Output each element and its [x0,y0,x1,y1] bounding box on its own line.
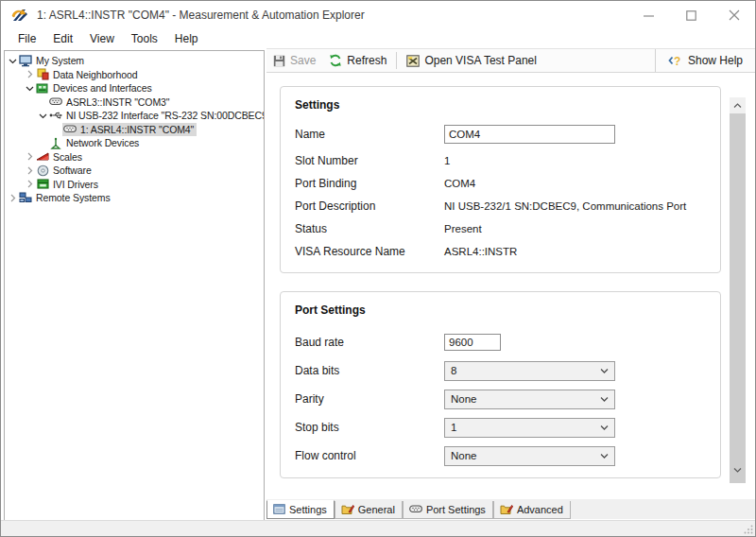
maximize-icon [686,10,696,21]
software-icon [36,165,49,177]
chevron-down-icon[interactable] [37,110,49,122]
visa-resource-name-row: VISA Resource Name ASRL4::INSTR [295,240,711,263]
tab-advanced[interactable]: Advanced [493,501,571,519]
chevron-right-icon[interactable] [24,150,36,163]
scroll-down-button[interactable] [730,461,746,477]
name-label: Name [295,128,444,141]
parity-label: Parity [295,392,444,406]
flow-control-label: Flow control [295,449,444,462]
tree-item-software[interactable]: Software [5,164,264,178]
chevron-right-icon[interactable] [24,165,36,177]
chevron-up-icon [733,103,742,109]
minimize-button[interactable] [627,1,670,29]
scroll-up-button[interactable] [730,97,746,113]
slot-number-value: 1 [444,155,450,166]
open-visa-test-panel-button[interactable]: Open VISA Test Panel [400,51,543,70]
tree-item-label: ASRL3::INSTR "COM3" [66,96,169,108]
usb-icon [49,110,62,122]
tree-item-remote-systems[interactable]: Remote Systems [5,191,264,205]
visa-resource-name-label: VISA Resource Name [295,245,444,258]
baud-rate-row: Baud rate [295,328,711,356]
tree-item-label: IVI Drivers [53,179,98,190]
menu-edit[interactable]: Edit [44,30,81,48]
folder-edit-icon [341,504,354,515]
flow-control-row: Flow control None [295,442,711,470]
chevron-down-icon [733,467,742,473]
tree-item-label: Software [53,165,92,176]
menu-tools[interactable]: Tools [123,30,166,48]
port-description-value: NI USB-232/1 SN:DCBEC9, Communications P… [444,200,686,212]
tab-port-settings[interactable]: Port Settings [403,501,493,519]
tree-item-asrl4-selected[interactable]: 1: ASRL4::INSTR "COM4" [5,123,264,137]
tree-item-label: Scales [53,151,82,163]
chevron-down-icon[interactable] [7,55,19,67]
network-devices-icon [49,137,62,149]
name-input[interactable] [444,125,615,144]
baud-rate-input[interactable] [444,334,501,351]
chevron-right-icon[interactable] [7,192,19,204]
tree-item-network-devices[interactable]: Network Devices [5,136,264,150]
tree-item-ivi-drivers[interactable]: IVI Drivers [5,178,264,192]
main-panel: Settings Name Slot Number 1 Port Binding… [266,73,755,498]
tree-item-data-neighborhood[interactable]: Data Neighborhood [5,68,264,82]
tree-item-label: Devices and Interfaces [53,82,152,94]
selected-tree-row[interactable]: 1: ASRL4::INSTR "COM4" [62,123,197,137]
chevron-down-icon [600,424,609,431]
parity-dropdown[interactable]: None [444,390,615,409]
show-help-icon: ? [668,54,683,67]
tab-settings[interactable]: Settings [266,500,335,519]
stop-bits-dropdown[interactable]: 1 [444,418,615,438]
title-bar: 1: ASRL4::INSTR "COM4" - Measurement & A… [1,1,755,29]
resize-grip[interactable] [744,525,753,534]
settings-group-title: Settings [281,87,720,112]
scales-icon [36,150,49,163]
save-button[interactable]: Save [266,51,322,70]
name-row: Name [295,121,711,147]
vertical-scrollbar[interactable] [730,97,746,477]
toolbar-separator [396,52,397,69]
menu-help[interactable]: Help [166,30,207,48]
menu-file[interactable]: File [9,30,44,48]
scrollbar-thumb[interactable] [730,113,746,483]
tree-item-label: Network Devices [66,137,139,148]
data-bits-row: Data bits 8 [295,356,711,385]
tree-item-my-system[interactable]: My System [5,54,264,68]
close-button[interactable] [713,1,755,29]
chevron-down-icon[interactable] [24,82,36,95]
refresh-button[interactable]: Refresh [322,51,393,70]
slot-number-row: Slot Number 1 [295,149,711,172]
help-band: ? Show Help [655,49,755,72]
data-bits-dropdown[interactable]: 8 [444,361,615,381]
menu-view[interactable]: View [81,30,123,48]
ivi-drivers-icon [36,178,49,190]
data-bits-value: 8 [451,365,456,376]
remote-systems-icon [19,192,32,204]
tree-item-asrl3[interactable]: ASRL3::INSTR "COM3" [5,95,264,110]
flow-control-dropdown[interactable]: None [444,446,615,466]
visa-test-panel-icon [406,55,420,67]
show-help-button[interactable]: ? Show Help [662,51,749,70]
chevron-right-icon[interactable] [24,68,36,80]
tab-general[interactable]: General [335,501,403,519]
serial-port-icon [49,95,62,108]
port-settings-groupbox: Port Settings Baud rate Data bits 8 Pari… [280,291,721,478]
minimize-icon [644,10,654,21]
close-icon [729,9,740,21]
chevron-down-icon [600,396,609,403]
open-visa-test-panel-label: Open VISA Test Panel [424,54,537,67]
chevron-right-icon[interactable] [24,178,36,190]
app-window: 1: ASRL4::INSTR "COM4" - Measurement & A… [0,0,756,537]
status-value: Present [444,223,482,234]
refresh-button-label: Refresh [347,54,387,67]
stop-bits-row: Stop bits 1 [295,413,711,442]
tree-item-usb-232-interface[interactable]: NI USB-232 Interface "RS-232 SN:00DCBEC9… [5,109,264,123]
chevron-down-icon [600,368,609,374]
tree-item-devices-and-interfaces[interactable]: Devices and Interfaces [5,81,264,95]
tree-item-scales[interactable]: Scales [5,150,264,165]
maximize-button[interactable] [670,1,713,29]
tree-item-label: Data Neighborhood [53,69,137,80]
visa-resource-name-value: ASRL4::INSTR [444,246,517,257]
serial-port-icon [409,505,422,513]
status-row: Status Present [295,217,711,240]
data-bits-label: Data bits [295,364,444,377]
